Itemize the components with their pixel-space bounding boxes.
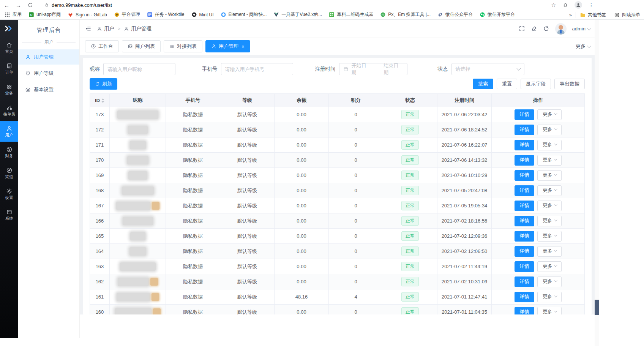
other-bookmarks-button[interactable]: 其他书签 — [580, 12, 606, 18]
bookmark-item[interactable]: Sign in · GitLab — [68, 12, 107, 17]
submenu-item-基本设置[interactable]: 基本设置 — [18, 82, 79, 97]
detail-button[interactable]: 详情 — [515, 216, 534, 226]
sidebar-item-系统[interactable]: 系统 — [0, 204, 18, 225]
detail-button[interactable]: 详情 — [515, 125, 534, 135]
app-logo-icon[interactable] — [0, 20, 18, 37]
detail-button[interactable]: 详情 — [515, 307, 534, 315]
browser-forward-icon[interactable]: → — [16, 2, 21, 8]
detail-button[interactable]: 详情 — [515, 231, 534, 242]
detail-button[interactable]: 详情 — [515, 109, 534, 120]
sidebar-item-首页[interactable]: 首页 — [0, 37, 18, 58]
avatar[interactable] — [555, 23, 567, 35]
browser-back-icon[interactable]: ← — [4, 2, 9, 8]
tab-对接列表[interactable]: 对接列表 — [164, 40, 202, 52]
breadcrumb-item[interactable]: 用户 — [97, 25, 114, 32]
sidebar-item-接单员[interactable]: 接单员 — [0, 100, 18, 121]
bookmark-item[interactable]: Element - 网站快... — [221, 11, 267, 18]
app-title: 管理后台 — [18, 20, 79, 34]
sort-icon[interactable] — [101, 98, 104, 103]
more-dropdown-button[interactable]: 更多 — [537, 246, 562, 257]
detail-button[interactable]: 详情 — [515, 246, 534, 257]
more-dropdown-button[interactable]: 更多 — [537, 155, 562, 166]
sidebar-item-用户[interactable]: 用户 — [0, 121, 18, 142]
reading-list-button[interactable]: 阅读清单 — [614, 12, 640, 18]
bookmark-item[interactable]: 平台管理 — [114, 11, 140, 18]
date-range-input[interactable]: 开始日期 结束日期 — [339, 63, 407, 75]
bookmark-item[interactable]: 微信开放平台 — [480, 11, 515, 18]
cell-level: 默认等级 — [220, 122, 275, 137]
detail-button[interactable]: 详情 — [515, 140, 534, 150]
sidebar-collapse-icon[interactable] — [85, 25, 92, 32]
submenu-item-用户管理[interactable]: 用户管理 — [18, 49, 79, 65]
bookmark-item[interactable]: 应用 — [5, 11, 22, 18]
detail-button[interactable]: 详情 — [515, 170, 534, 181]
bookmark-item[interactable]: 任务 - Worktile — [147, 11, 185, 18]
more-dropdown-button[interactable]: 更多 — [537, 292, 562, 302]
cell-phone: 隐私数据 — [166, 305, 220, 315]
sidebar-item-渠道[interactable]: 渠道 — [0, 163, 18, 183]
close-tab-icon[interactable]: × — [242, 44, 245, 49]
tab-用户管理[interactable]: 用户管理× — [205, 40, 250, 52]
more-dropdown-button[interactable]: 更多 — [537, 231, 562, 242]
browser-reload-icon[interactable] — [27, 2, 33, 8]
sidebar-item-业务[interactable]: 业务 — [0, 79, 18, 100]
more-dropdown-button[interactable]: 更多 — [537, 201, 562, 211]
breadcrumb-item[interactable]: 用户管理 — [124, 25, 152, 32]
user-menu[interactable]: admin — [572, 26, 590, 32]
search-button[interactable]: 搜索 — [473, 79, 493, 89]
more-dropdown-button[interactable]: 更多 — [537, 140, 562, 150]
export-button[interactable]: 导出数据 — [554, 79, 585, 89]
bookmark-item[interactable]: 微信公众平台 — [437, 11, 473, 18]
reset-button[interactable]: 重置 — [497, 79, 517, 89]
more-dropdown-button[interactable]: 更多 — [537, 170, 562, 181]
detail-button[interactable]: 详情 — [515, 185, 534, 196]
detail-button[interactable]: 详情 — [515, 201, 534, 211]
refresh-button[interactable]: 刷新 — [90, 78, 117, 90]
redacted-avatar — [153, 308, 161, 315]
sidebar-item-订单[interactable]: 订单 — [0, 58, 18, 79]
bookmark-item[interactable]: 草料二维码生成器 — [329, 11, 373, 18]
status-select[interactable]: 请选择 — [451, 63, 524, 75]
bookmark-favicon-icon — [114, 12, 120, 17]
fullscreen-icon[interactable] — [519, 25, 525, 32]
detail-button[interactable]: 详情 — [515, 292, 534, 302]
tabs-more-dropdown[interactable]: 更多 — [576, 43, 590, 50]
page-scrollbar[interactable] — [595, 20, 599, 346]
bookmark-item[interactable]: PxPx、Em 换算工具 |... — [380, 11, 431, 18]
extensions-icon[interactable] — [562, 2, 568, 8]
detail-button[interactable]: 详情 — [515, 155, 534, 166]
show-fields-button[interactable]: 显示字段 — [521, 79, 551, 89]
more-dropdown-button[interactable]: 更多 — [537, 185, 562, 196]
phone-label: 手机号 — [202, 66, 218, 73]
breadcrumb-separator: > — [118, 26, 120, 32]
bookmark-item[interactable]: 一只基于Vue2.x的... — [273, 11, 322, 18]
submenu-item-用户等级[interactable]: 用户等级 — [18, 66, 79, 81]
column-header-ID[interactable]: ID — [90, 94, 110, 107]
clear-cache-icon[interactable] — [531, 25, 537, 32]
bookmark-star-icon[interactable]: ☆ — [551, 2, 556, 8]
sidebar-item-设置[interactable]: 设置 — [0, 183, 18, 204]
detail-button[interactable]: 详情 — [515, 276, 534, 287]
user-icon — [97, 26, 102, 32]
browser-menu-icon[interactable]: ⋮ — [589, 2, 594, 8]
more-dropdown-button[interactable]: 更多 — [537, 125, 562, 135]
more-dropdown-button[interactable]: 更多 — [537, 109, 562, 120]
tab-商户列表[interactable]: 商户列表 — [122, 40, 161, 52]
more-dropdown-button[interactable]: 更多 — [537, 307, 562, 315]
browser-profile-icon[interactable] — [575, 1, 582, 9]
nickname-input[interactable] — [107, 66, 171, 72]
scrollbar-thumb[interactable] — [595, 300, 599, 315]
bookmark-item[interactable]: Uuni-app官网 — [28, 11, 61, 18]
more-dropdown-button[interactable]: 更多 — [537, 276, 562, 287]
refresh-page-icon[interactable] — [543, 25, 549, 32]
cell-nickname-redacted — [110, 198, 166, 213]
address-bar[interactable]: demo.99make.com/user/list — [52, 2, 112, 8]
detail-button[interactable]: 详情 — [515, 261, 534, 272]
bookmarks-overflow-icon[interactable]: » — [569, 12, 572, 18]
bookmark-item[interactable]: Mint UI — [191, 12, 214, 17]
phone-input[interactable] — [225, 66, 289, 72]
more-dropdown-button[interactable]: 更多 — [537, 216, 562, 226]
more-dropdown-button[interactable]: 更多 — [537, 261, 562, 272]
sidebar-item-财务[interactable]: 财务 — [0, 142, 18, 163]
tab-工作台[interactable]: 工作台 — [85, 40, 119, 52]
